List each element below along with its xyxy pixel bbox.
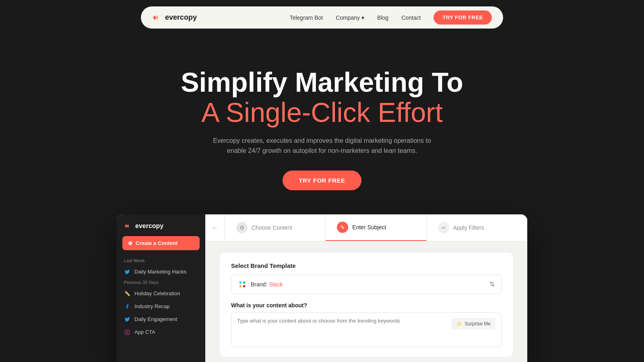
nav-cta-button[interactable]: TRY FOR FREE [433,10,492,25]
hero-heading: Simplify Marketing To A Single-Click Eff… [0,67,644,128]
brand-name: Slack [269,281,283,288]
sidebar-section-last-week: Last Week [117,257,205,265]
sidebar-logo-icon [124,223,132,229]
svg-point-1 [126,331,128,333]
content-textarea-wrap: ✨ Surprise Me [231,313,502,347]
nav-blog[interactable]: Blog [377,14,388,21]
back-arrow-icon: ← [212,224,218,231]
surprise-me-button[interactable]: ✨ Surprise Me [451,318,495,330]
company-arrow-icon: ▾ [361,14,364,21]
step-bar: ← ⚙ Choose Content ✎ Enter Subject ⇌ App… [205,214,527,241]
nav-links: Telegram Bot Company ▾ Blog Contact TRY … [290,10,492,25]
step-enter-subject[interactable]: ✎ Enter Subject [326,214,426,241]
step-icon-pencil: ✎ [337,222,348,233]
app-window: evercopy ⊕ Create a Content Last Week Da… [117,214,527,362]
step-choose-content[interactable]: ⚙ Choose Content [225,214,326,241]
step-label: Enter Subject [352,224,386,230]
nav-telegram[interactable]: Telegram Bot [290,14,323,21]
logo[interactable]: evercopy [152,13,197,22]
step-icon-gear: ⚙ [236,222,248,233]
chevron-updown-icon: ⇅ [489,280,495,288]
brand-prefix: Brand: Slack [251,281,283,288]
plus-icon: ⊕ [128,240,132,246]
step-apply-filters[interactable]: ⇌ Apply Filters [427,214,527,241]
svg-rect-4 [243,281,245,283]
sidebar-item-label: Holiday Celebration [134,290,180,296]
svg-rect-3 [239,281,242,283]
logo-icon [152,14,162,22]
sidebar-logo: evercopy [117,214,205,236]
form-area: Select Brand Template [205,241,527,362]
nav-inner: evercopy Telegram Bot Company ▾ Blog Con… [141,6,503,29]
brand-label: Select Brand Template [231,262,502,269]
sidebar-item-industry[interactable]: Industry Recap [117,300,205,313]
sparkle-icon: ✨ [456,321,462,327]
create-content-button[interactable]: ⊕ Create a Content [122,236,200,250]
hero-cta-button[interactable]: TRY FOR FREE [283,171,361,190]
facebook-icon [124,303,130,310]
sidebar-item-label: Industry Recap [134,303,169,309]
sidebar-item-label: App CTA [134,329,155,335]
hero-heading-line1: Simplify Marketing To [181,67,463,97]
nav-contact[interactable]: Contact [401,14,421,21]
brand-select-left: Brand: Slack [238,280,283,289]
sidebar-item-holiday[interactable]: ✏️ Holiday Celebration [117,287,205,300]
form-card: Select Brand Template [220,253,513,357]
nav-company[interactable]: Company ▾ [336,14,364,21]
hero-heading-line2: A Single-Click Effort [201,97,443,128]
svg-rect-0 [125,330,130,335]
sidebar-logo-text: evercopy [135,222,163,230]
step-icon-sliders: ⇌ [438,222,449,233]
sidebar-item-label: Daily Engagement [134,316,177,322]
instagram-icon [124,329,130,335]
slack-logo-icon [238,280,247,289]
svg-rect-6 [243,285,245,287]
sidebar: evercopy ⊕ Create a Content Last Week Da… [117,214,205,362]
sidebar-item-daily-marketing[interactable]: Daily Marketing Hacks [117,265,205,278]
svg-rect-5 [239,285,242,287]
content-textarea[interactable] [237,318,447,342]
sidebar-section-30-days: Previous 30 Days [117,278,205,287]
create-content-label: Create a Content [136,240,178,246]
app-preview: evercopy ⊕ Create a Content Last Week Da… [0,214,644,362]
sidebar-item-app-cta[interactable]: App CTA [117,326,205,339]
logo-text: evercopy [165,13,197,22]
brand-select[interactable]: Brand: Slack ⇅ [231,275,502,294]
navbar: evercopy Telegram Bot Company ▾ Blog Con… [0,0,644,35]
step-label: Choose Content [252,224,292,231]
back-button[interactable]: ← [205,214,225,241]
main-area: ← ⚙ Choose Content ✎ Enter Subject ⇌ App… [205,214,527,362]
step-label: Apply Filters [453,224,484,231]
hero-section: Simplify Marketing To A Single-Click Eff… [0,35,644,214]
surprise-label: Surprise Me [464,321,491,327]
sidebar-item-engagement[interactable]: Daily Engagement [117,313,205,326]
twitter-icon-2 [124,316,130,323]
svg-point-2 [128,331,129,331]
sidebar-item-label: Daily Marketing Hacks [134,269,186,275]
feather-icon: ✏️ [124,290,130,297]
content-label: What is your content about? [231,302,502,309]
twitter-icon [124,269,130,275]
hero-description: Evercopy creates, executes and improves … [205,136,439,156]
